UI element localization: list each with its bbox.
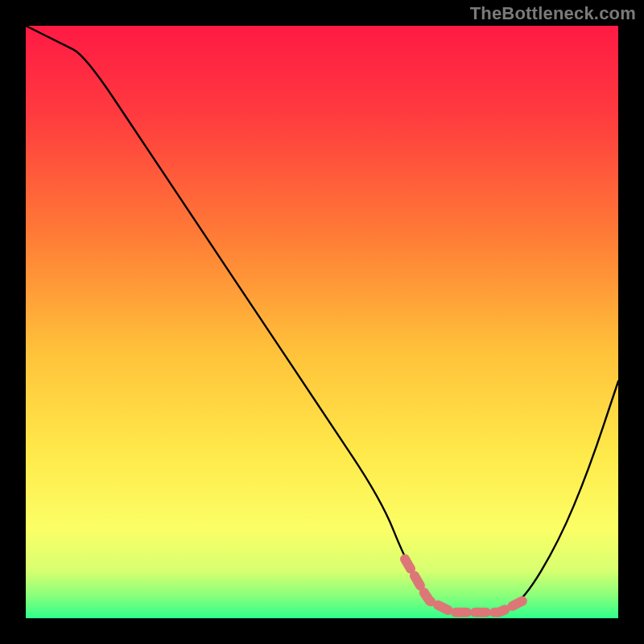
chart-container: TheBottleneck.com — [0, 0, 644, 644]
bottleneck-chart — [0, 0, 644, 644]
watermark-text: TheBottleneck.com — [470, 3, 636, 24]
plot-background — [26, 26, 618, 618]
